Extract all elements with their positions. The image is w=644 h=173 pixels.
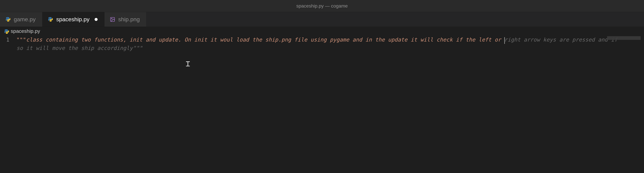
modified-indicator-icon <box>94 18 98 21</box>
line-numbers-gutter: 1 <box>0 35 16 173</box>
tab-bar: game.py spaceship.py ship.png <box>0 12 644 27</box>
editor-area[interactable]: 1 """class containing two functions, ini… <box>0 35 644 173</box>
python-icon <box>48 17 53 22</box>
text-cursor-icon: Ꮖ <box>186 60 190 68</box>
line-number: 1 <box>0 35 10 44</box>
tab-label: ship.png <box>118 16 140 23</box>
breadcrumb-path[interactable]: spaceship.py <box>11 28 40 34</box>
tab-label: game.py <box>14 16 36 23</box>
python-icon <box>4 29 8 33</box>
docstring-open-quotes: """ <box>16 36 26 43</box>
editor-content[interactable]: """class containing two functions, init … <box>16 35 644 173</box>
docstring-close-quotes: """ <box>133 45 142 51</box>
tab-ship-png[interactable]: ship.png <box>104 12 147 27</box>
tab-spaceship-py[interactable]: spaceship.py <box>42 12 104 27</box>
svg-point-1 <box>111 18 112 19</box>
breadcrumb-bar: spaceship.py <box>0 27 644 35</box>
minimap-content-indicator <box>607 36 641 40</box>
typed-docstring-text: class containing two functions, init and… <box>26 36 504 43</box>
window-title: spaceship.py — cogame <box>296 3 348 9</box>
tab-game-py[interactable]: game.py <box>0 12 42 27</box>
minimap[interactable] <box>604 35 644 173</box>
title-bar: spaceship.py — cogame <box>0 0 644 12</box>
python-icon <box>5 17 11 22</box>
tab-label: spaceship.py <box>56 16 90 23</box>
code-line[interactable]: """class containing two functions, init … <box>16 35 620 52</box>
image-icon <box>110 17 115 22</box>
